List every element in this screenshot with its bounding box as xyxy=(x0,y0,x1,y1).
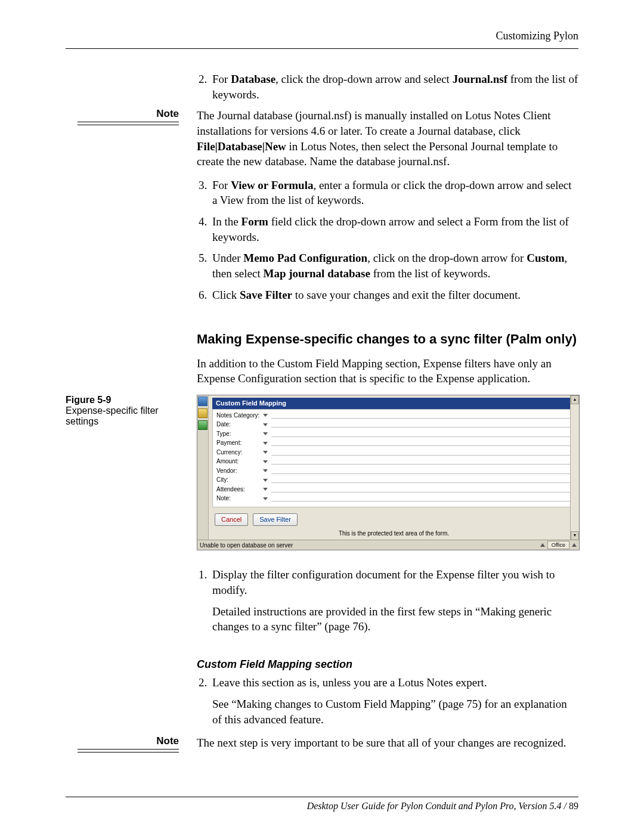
cfm-row: Attendees: xyxy=(213,485,575,494)
footer: Desktop User Guide for Pylon Conduit and… xyxy=(307,801,578,812)
lower-step-2: Leave this section as is, unless you are… xyxy=(210,675,578,727)
cfm-row-label: Payment: xyxy=(216,439,263,447)
chevron-down-icon[interactable] xyxy=(263,414,268,417)
cfm-row: Note: xyxy=(213,494,575,503)
chevron-down-icon[interactable] xyxy=(263,451,268,454)
cfm-row-label: Notes Category: xyxy=(216,411,263,420)
header-rule xyxy=(66,48,578,49)
cfm-row: Date: xyxy=(213,420,575,429)
step-6: Click Save Filter to save your changes a… xyxy=(210,287,578,303)
figure-caption: Figure 5-9 Expense-specific filter setti… xyxy=(66,395,191,427)
note-rule xyxy=(78,122,179,125)
notes-sidebar xyxy=(197,395,209,540)
cfm-row-field[interactable] xyxy=(271,454,571,456)
chevron-down-icon[interactable] xyxy=(263,442,268,445)
running-header: Customizing Pylon xyxy=(66,30,578,42)
cfm-row-field[interactable] xyxy=(271,491,571,493)
page: Customizing Pylon For Database, click th… xyxy=(0,0,644,833)
step-4: In the Form field click the drop-down ar… xyxy=(210,214,578,244)
cfm-row-field[interactable] xyxy=(271,445,571,446)
chevron-down-icon[interactable] xyxy=(263,423,268,426)
status-indicator-icon xyxy=(540,543,545,547)
save-filter-button[interactable]: Save Filter xyxy=(253,513,298,526)
cfm-row-label: City: xyxy=(216,476,263,484)
sidebar-icon[interactable] xyxy=(198,420,208,430)
section-intro: In addition to the Custom Field Mapping … xyxy=(197,356,578,386)
sidebar-icon[interactable] xyxy=(198,397,208,406)
cfm-row-label: Currency: xyxy=(216,448,263,457)
cfm-row-field[interactable] xyxy=(271,417,571,419)
cfm-row: Payment: xyxy=(213,438,575,448)
note-rule xyxy=(78,749,179,753)
cfm-row: Vendor: xyxy=(213,466,575,476)
cfm-row-label: Vendor: xyxy=(216,467,263,475)
lower-step-2-detail: See “Making changes to Custom Field Mapp… xyxy=(212,696,578,727)
status-text: Unable to open database on server xyxy=(200,541,293,550)
note-label: Note xyxy=(66,108,191,120)
chevron-down-icon[interactable] xyxy=(263,497,268,500)
section-heading: Making Expense-specific changes to a syn… xyxy=(197,331,578,348)
sidebar-icon[interactable] xyxy=(198,408,208,418)
scroll-up-icon[interactable]: ▴ xyxy=(571,395,579,404)
lower-step-1-detail: Detailed instructions are provided in th… xyxy=(212,604,578,634)
cfm-row-field[interactable] xyxy=(271,500,571,501)
cfm-row: Notes Category: xyxy=(213,411,575,420)
note-label: Note xyxy=(66,735,191,747)
footer-rule xyxy=(66,797,578,797)
content-grid: For Database, click the drop-down arrow … xyxy=(66,72,578,759)
cfm-row-label: Date: xyxy=(216,420,263,429)
cfm-rows: Notes Category:Date:Type:Payment:Currenc… xyxy=(212,409,575,507)
cfm-row-label: Attendees: xyxy=(216,485,263,494)
note-2: The next step is very important to be su… xyxy=(197,735,578,751)
chevron-down-icon[interactable] xyxy=(263,469,268,472)
note-1: The Journal database (journal.nsf) is ma… xyxy=(197,108,578,169)
step-3: For View or Formula, enter a formula or … xyxy=(210,178,578,208)
cfm-row: Type: xyxy=(213,429,575,439)
status-indicator-icon xyxy=(572,543,577,547)
status-office[interactable]: Office xyxy=(547,541,569,549)
protected-text: This is the protected text area of the f… xyxy=(212,529,575,539)
step-2: For Database, click the drop-down arrow … xyxy=(210,72,578,102)
vertical-scrollbar[interactable]: ▴ ▾ xyxy=(570,395,579,540)
figure-screenshot: Custom Field Mapping Notes Category:Date… xyxy=(197,395,580,550)
cfm-row-field[interactable] xyxy=(271,473,571,474)
cfm-row-field[interactable] xyxy=(271,426,571,428)
cfm-section-header: Custom Field Mapping xyxy=(212,398,575,409)
status-bar: Unable to open database on server Office xyxy=(197,540,579,550)
cfm-row-field[interactable] xyxy=(271,482,571,483)
chevron-down-icon[interactable] xyxy=(263,488,268,491)
scroll-down-icon[interactable]: ▾ xyxy=(571,531,579,540)
cfm-row-label: Type: xyxy=(216,430,263,438)
chevron-down-icon[interactable] xyxy=(263,479,268,482)
cancel-button[interactable]: Cancel xyxy=(215,513,248,526)
cfm-row-field[interactable] xyxy=(271,463,571,465)
cfm-row-field[interactable] xyxy=(271,436,571,437)
chevron-down-icon[interactable] xyxy=(263,460,268,463)
step-5: Under Memo Pad Configuration, click on t… xyxy=(210,250,578,281)
cfm-row: Amount: xyxy=(213,457,575,466)
cfm-row-label: Amount: xyxy=(216,457,263,466)
lower-step-1: Display the filter configuration documen… xyxy=(210,567,578,634)
chevron-down-icon[interactable] xyxy=(263,432,268,435)
cfm-row: Currency: xyxy=(213,448,575,457)
cfm-subheading: Custom Field Mapping section xyxy=(197,657,578,671)
cfm-row: City: xyxy=(213,475,575,485)
cfm-row-label: Note: xyxy=(216,494,263,503)
